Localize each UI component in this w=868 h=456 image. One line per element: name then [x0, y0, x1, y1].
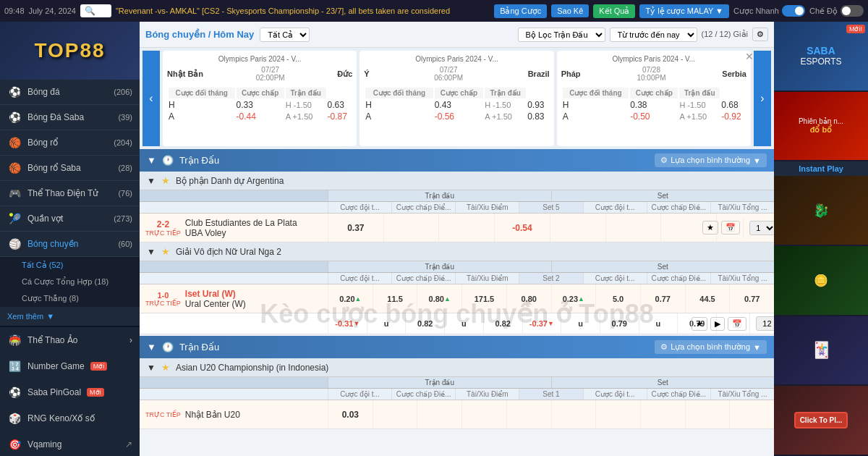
see-more-button[interactable]: Xem thêm ▼: [0, 307, 140, 326]
page-select-ural[interactable]: 12: [756, 316, 774, 331]
sidebar-item-virtual-sport[interactable]: 🏟️ Thể Thao Ảo ›: [0, 327, 140, 353]
search-input[interactable]: [95, 7, 107, 15]
filter-normal-button-1[interactable]: ⚙ Lựa chọn bình thường ▼: [655, 153, 767, 167]
a-handicap-odds-2[interactable]: 0.83: [527, 111, 548, 122]
h-odd-1[interactable]: H: [169, 100, 235, 110]
h-odd-argentina-1[interactable]: 0.37: [328, 214, 383, 242]
a-set2-ural-1[interactable]: -0.37: [522, 313, 561, 334]
star-btn-ural[interactable]: ★: [692, 317, 707, 331]
a-set2-3-ural-1[interactable]: 0.79: [600, 313, 639, 334]
close-match-display-button[interactable]: ✕: [745, 51, 754, 62]
sidebar-sub-all[interactable]: Tất Cả (52): [0, 257, 140, 274]
filter-time-select[interactable]: Từ trước đến nay: [610, 28, 697, 42]
match-next-arrow[interactable]: ›: [754, 51, 771, 146]
h-set1-6-asian-1[interactable]: [685, 400, 730, 428]
h-set2-5-ural-1[interactable]: 0.77: [729, 284, 774, 313]
ad-phien-ban[interactable]: Phiên bản n... đổ bổ: [774, 92, 868, 162]
h-handicap-odds-1[interactable]: 0.63: [328, 100, 352, 110]
h-set1-5-asian-1[interactable]: [640, 400, 685, 428]
a-odds-val-3[interactable]: -0.50: [630, 111, 678, 122]
ad-cards[interactable]: 🃏: [774, 316, 868, 387]
ad-dragon[interactable]: 🐉: [774, 176, 868, 246]
search-box[interactable]: 🔍: [80, 4, 111, 17]
a-handicap2-ural-1[interactable]: u: [367, 313, 406, 334]
filter-all-select[interactable]: Tất Cả: [260, 28, 310, 42]
filter-normal-button-2[interactable]: ⚙ Lựa chọn bình thường ▼: [655, 340, 767, 354]
a-odd-ural-1[interactable]: -0.31: [328, 313, 367, 334]
a-chap-argentina-1[interactable]: [550, 214, 605, 242]
h-handicap-odds-2[interactable]: 0.93: [527, 100, 548, 110]
filter-tran-dau-select[interactable]: Bộ Lọc Trận Đấu: [518, 28, 605, 42]
a-total2-ural-1[interactable]: 0.82: [483, 313, 522, 334]
h-set2-4-ural-1[interactable]: 44.5: [685, 284, 730, 313]
ty-le-button[interactable]: Tỷ lệ cược MALAY ▼: [639, 4, 729, 18]
h-odd-asian-1[interactable]: 0.03: [328, 400, 373, 428]
h-tai-xiu-asian-1[interactable]: [417, 400, 461, 428]
sidebar-item-volleyball[interactable]: 🏐 Bóng chuyền (60): [0, 232, 140, 257]
play-btn-ural[interactable]: ▶: [710, 317, 725, 331]
sidebar-item-rng[interactable]: 🎲 RNG Keno/Xố số: [0, 405, 140, 431]
h-set1-3-asian-1[interactable]: [551, 400, 596, 428]
sidebar-item-esport[interactable]: 🎮 Thể Thao Điện Tử (76): [0, 181, 140, 206]
ad-click-to-play[interactable]: Click To Pl...: [774, 386, 868, 456]
h-chap-asian-1[interactable]: [373, 400, 417, 428]
bang-cuoc-button[interactable]: Bảng Cược: [494, 4, 547, 18]
a-odd-1[interactable]: A: [169, 111, 235, 122]
h-total2-ural-1[interactable]: 0.80: [506, 284, 551, 313]
h-total-ural-1[interactable]: 171.5: [461, 284, 506, 313]
a-handicap-1[interactable]: A +1.50: [286, 111, 326, 122]
sidebar-item-number-game[interactable]: 🔢 Number Game Mới: [0, 353, 140, 379]
league-star-icon[interactable]: ★: [161, 175, 170, 186]
a-set2-4-ural-1[interactable]: u: [639, 313, 678, 334]
filter-settings-button[interactable]: ⚙: [752, 28, 768, 41]
click-to-play-btn[interactable]: Click To Pl...: [794, 412, 848, 428]
sidebar-item-bong-da[interactable]: ⚽ Bóng đá (206): [0, 80, 140, 105]
a-odds-val-2[interactable]: -0.56: [435, 111, 484, 122]
league-header-ural[interactable]: ▼ ★ Giải Vô địch Nữ Ural Nga 2: [140, 242, 774, 261]
cuoc-nhanh-toggle[interactable]: Cược Nhanh: [733, 5, 805, 17]
expand-section-2-icon[interactable]: ▼: [147, 342, 156, 352]
sidebar-item-tennis[interactable]: 🎾 Quần vợt (273): [0, 206, 140, 232]
league-header-asian-u20[interactable]: ▼ ★ Asian U20 Championship (in Indonesia…: [140, 358, 774, 377]
ad-saba-esports[interactable]: SABA ESPORTS Mới!: [774, 22, 868, 92]
a-tai-xiu-argentina-1[interactable]: [605, 214, 661, 242]
h-chap-argentina-1[interactable]: [383, 214, 439, 242]
calendar-btn-ural[interactable]: 📅: [728, 317, 746, 331]
h-set1-2-asian-1[interactable]: [506, 400, 551, 428]
a-odd-argentina-1[interactable]: -0.54: [494, 214, 550, 242]
h-odds-val-3[interactable]: 0.38: [630, 100, 678, 110]
league-star-asian-icon[interactable]: ★: [161, 362, 170, 373]
h-odds-val-1[interactable]: 0.33: [237, 100, 284, 110]
ad-coin[interactable]: 🪙: [774, 246, 868, 316]
league-header-argentina[interactable]: ▼ ★ Bộ phận Danh dự Argentina: [140, 172, 774, 190]
a-tai-xiu-ural-1[interactable]: 0.82: [405, 313, 444, 334]
calendar-action-btn-1[interactable]: 📅: [721, 221, 740, 235]
star-action-btn-1[interactable]: ★: [702, 221, 718, 235]
a-odds-val-1[interactable]: -0.44: [237, 111, 284, 122]
h-tai-xiu-ural-1[interactable]: 0.80: [417, 284, 461, 313]
sidebar-item-bong-ro-saba[interactable]: 🏀 Bóng rổ Saba (28): [0, 156, 140, 181]
a-handicap-odds-3[interactable]: -0.92: [721, 111, 745, 122]
h-handicap-odds-3[interactable]: 0.68: [721, 100, 745, 110]
ket-qua-button[interactable]: Kết Quả: [593, 4, 635, 18]
h-odd-ural-1[interactable]: 0.20: [328, 284, 373, 313]
a-handicap-odds-1[interactable]: -0.87: [328, 111, 352, 122]
sidebar-item-bong-ro[interactable]: 🏀 Bóng rổ (204): [0, 130, 140, 156]
expand-section-1-icon[interactable]: ▼: [147, 155, 156, 166]
h-set1-7-asian-1[interactable]: [729, 400, 774, 428]
che-do-toggle[interactable]: Chế Độ: [809, 5, 864, 17]
page-select-1[interactable]: 1: [749, 221, 774, 235]
sidebar-item-saba-pingoal[interactable]: ⚽ Saba PinGoal Mới: [0, 379, 140, 405]
sao-ke-button[interactable]: Sao Kê: [551, 4, 589, 17]
h-set2-2-ural-1[interactable]: 5.0: [595, 284, 640, 313]
h-set1-asian-1[interactable]: [461, 400, 506, 428]
sidebar-item-vqaming[interactable]: 🎯 Vqaming ↗: [0, 431, 140, 456]
h-odds-val-2[interactable]: 0.43: [435, 100, 484, 110]
match-prev-arrow[interactable]: ‹: [142, 51, 160, 146]
sidebar-item-bong-da-saba[interactable]: ⚽ Bóng Đá Saba (39): [0, 105, 140, 130]
sidebar-sub-combo[interactable]: Cá Cược Tổng Hợp (18): [0, 274, 140, 290]
h-handicap2-ural-1[interactable]: 11.5: [373, 284, 417, 313]
league-star-ural-icon[interactable]: ★: [161, 246, 170, 257]
a-total-ural-1[interactable]: u: [444, 313, 483, 334]
h-set2-ural-1[interactable]: 0.23: [551, 284, 596, 313]
